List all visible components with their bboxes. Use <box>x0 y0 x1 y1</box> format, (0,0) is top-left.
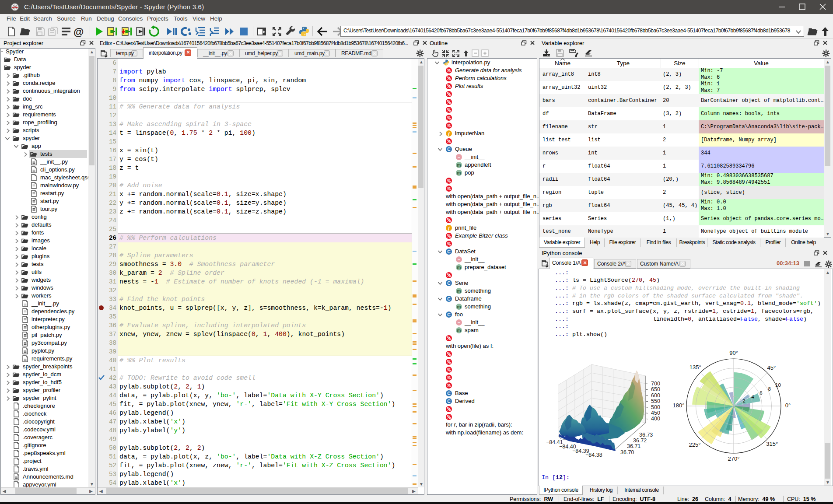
svg-text:450: 450 <box>651 410 660 416</box>
svg-text:225°: 225° <box>689 441 700 448</box>
svg-text:2: 2 <box>742 398 745 403</box>
svg-text:315°: 315° <box>766 441 778 447</box>
svg-text:550: 550 <box>651 398 660 404</box>
svg-text:400: 400 <box>651 416 660 422</box>
svg-text:45°: 45° <box>767 364 776 371</box>
svg-text:600: 600 <box>651 392 660 399</box>
svg-text:36.73: 36.73 <box>639 432 653 438</box>
svg-text:650: 650 <box>651 386 660 392</box>
svg-text:270°: 270° <box>728 455 740 462</box>
svg-text:180°: 180° <box>673 402 685 409</box>
svg-text:500: 500 <box>651 404 660 410</box>
svg-text:4: 4 <box>751 394 754 399</box>
svg-text:700: 700 <box>651 381 660 387</box>
svg-text:90°: 90° <box>729 350 738 356</box>
svg-text:0°: 0° <box>785 402 791 409</box>
svg-text:36.72: 36.72 <box>633 438 647 444</box>
svg-text:10: 10 <box>775 382 781 388</box>
svg-text:8: 8 <box>768 386 770 392</box>
svg-text:−84.38: −84.38 <box>585 452 602 458</box>
svg-text:36.70: 36.70 <box>620 449 634 455</box>
svg-text:36.71: 36.71 <box>627 443 640 449</box>
svg-text:6: 6 <box>760 390 762 396</box>
svg-text:135°: 135° <box>690 364 701 371</box>
